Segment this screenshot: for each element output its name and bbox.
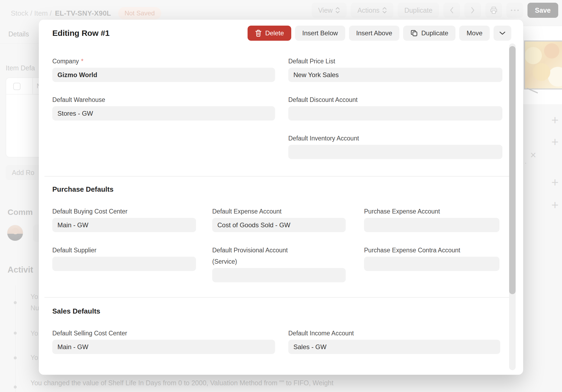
warehouse-input[interactable] xyxy=(52,106,275,121)
field-selling-cost-center-label: Default Selling Cost Center xyxy=(52,328,275,339)
company-input[interactable] xyxy=(52,68,275,82)
field-purchase-expense-account: Purchase Expense Account xyxy=(364,206,499,232)
selling-cost-center-input[interactable] xyxy=(52,340,275,354)
field-default-supplier: Default Supplier xyxy=(52,245,196,271)
field-warehouse-label: Default Warehouse xyxy=(52,94,275,105)
field-price-list: Default Price List xyxy=(288,56,502,82)
provisional-account-input[interactable] xyxy=(212,268,346,282)
field-default-supplier-label: Default Supplier xyxy=(52,245,196,256)
field-inventory-account: Default Inventory Account xyxy=(288,133,502,159)
field-discount-account: Default Discount Account xyxy=(288,94,502,121)
field-price-list-label: Default Price List xyxy=(288,56,502,67)
field-income-account-label: Default Income Account xyxy=(288,328,500,339)
field-company: Company* xyxy=(52,56,275,82)
field-provisional-account-label: Default Provisional Account (Service) xyxy=(212,245,303,267)
field-contra-account-label: Purchase Expense Contra Account xyxy=(364,245,499,256)
field-selling-cost-center: Default Selling Cost Center xyxy=(52,328,275,354)
delete-button[interactable]: Delete xyxy=(248,26,291,41)
duplicate-row-label: Duplicate xyxy=(421,29,448,37)
inventory-account-input[interactable] xyxy=(288,145,502,159)
field-contra-account: Purchase Expense Contra Account xyxy=(364,245,499,271)
editing-row-modal: Editing Row #1 Delete Insert Below Inser… xyxy=(39,20,523,375)
modal-scrollbar-thumb[interactable] xyxy=(509,46,516,294)
field-inventory-account-label: Default Inventory Account xyxy=(288,133,502,144)
field-company-label: Company* xyxy=(52,56,275,67)
collapse-button[interactable] xyxy=(494,26,511,41)
sales-defaults-heading: Sales Defaults xyxy=(52,307,100,315)
chevron-down-icon xyxy=(499,31,506,36)
insert-below-button[interactable]: Insert Below xyxy=(295,26,345,41)
insert-above-button[interactable]: Insert Above xyxy=(349,26,399,41)
delete-button-label: Delete xyxy=(265,29,284,37)
field-expense-account-label: Default Expense Account xyxy=(212,206,346,217)
modal-scrollbar[interactable] xyxy=(509,43,516,370)
default-supplier-input[interactable] xyxy=(52,257,196,271)
section-divider xyxy=(44,176,510,177)
required-asterisk: * xyxy=(81,58,83,65)
field-income-account: Default Income Account xyxy=(288,328,500,354)
copy-icon xyxy=(410,29,418,37)
price-list-input[interactable] xyxy=(288,68,502,82)
modal-header: Editing Row #1 Delete Insert Below Inser… xyxy=(52,26,511,41)
field-purchase-expense-account-label: Purchase Expense Account xyxy=(364,206,499,217)
discount-account-input[interactable] xyxy=(288,106,502,121)
contra-account-input[interactable] xyxy=(364,257,499,271)
trash-icon xyxy=(255,29,262,37)
field-provisional-account: Default Provisional Account (Service) xyxy=(212,245,346,282)
purchase-expense-account-input[interactable] xyxy=(364,218,499,232)
move-button[interactable]: Move xyxy=(459,26,490,41)
section-divider xyxy=(44,297,510,298)
expense-account-input[interactable] xyxy=(212,218,346,232)
income-account-input[interactable] xyxy=(288,340,500,354)
modal-title: Editing Row #1 xyxy=(52,29,109,38)
field-discount-account-label: Default Discount Account xyxy=(288,94,502,105)
field-buying-cost-center: Default Buying Cost Center xyxy=(52,206,196,232)
modal-toolbar: Delete Insert Below Insert Above Duplica… xyxy=(248,26,511,41)
field-buying-cost-center-label: Default Buying Cost Center xyxy=(52,206,196,217)
field-expense-account: Default Expense Account xyxy=(212,206,346,232)
field-warehouse: Default Warehouse xyxy=(52,94,275,121)
buying-cost-center-input[interactable] xyxy=(52,218,196,232)
duplicate-row-button[interactable]: Duplicate xyxy=(403,26,455,41)
purchase-defaults-heading: Purchase Defaults xyxy=(52,185,114,194)
